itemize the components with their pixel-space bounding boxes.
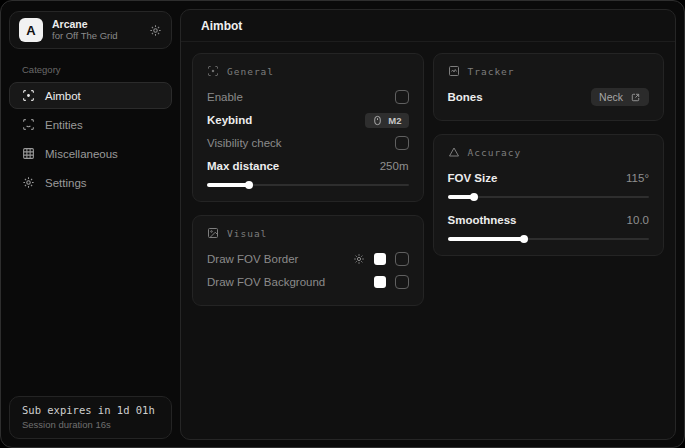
- right-column: Tracker Bones Neck: [433, 53, 665, 256]
- slider-fill: [448, 237, 525, 241]
- image-icon: [207, 227, 219, 239]
- gear-icon: [22, 176, 35, 189]
- logo-text: Arcane for Off The Grid: [52, 18, 118, 42]
- slider-fill: [207, 183, 249, 187]
- logo-card: A Arcane for Off The Grid: [9, 11, 172, 49]
- sub-expires-text: Sub expires in 1d 01h: [22, 404, 159, 416]
- slider-track: [448, 196, 650, 198]
- general-card-header: General: [207, 65, 409, 77]
- sidebar-item-entities[interactable]: Entities: [9, 111, 172, 138]
- enable-row: Enable: [207, 86, 409, 108]
- accuracy-card: Accuracy FOV Size 115° Smoothness: [433, 134, 665, 256]
- sidebar-item-aimbot[interactable]: Aimbot: [9, 82, 172, 109]
- sidebar-item-settings[interactable]: Settings: [9, 169, 172, 196]
- main-panel: Aimbot General: [180, 9, 676, 440]
- fov-border-color-swatch[interactable]: [374, 253, 386, 265]
- visual-card-header: Visual: [207, 227, 409, 239]
- draw-fov-background-label: Draw FOV Background: [207, 276, 325, 288]
- app-logo: A: [19, 18, 43, 42]
- draw-fov-border-row: Draw FOV Border: [207, 248, 409, 270]
- slider-fill: [448, 195, 474, 199]
- sidebar-item-label: Miscellaneous: [45, 148, 118, 160]
- fov-size-label: FOV Size: [448, 172, 498, 184]
- keybind-row: Keybind M2: [207, 109, 409, 131]
- keybind-badge[interactable]: M2: [365, 113, 408, 128]
- crosshair-icon: [22, 89, 35, 102]
- keybind-label: Keybind: [207, 114, 252, 126]
- left-column: General Enable Keybind: [192, 53, 424, 306]
- fov-background-controls: [374, 275, 409, 289]
- main-content: General Enable Keybind: [181, 42, 675, 317]
- card-title: Tracker: [468, 66, 515, 77]
- sidebar-nav: Aimbot Entities Miscella: [9, 82, 172, 196]
- tracker-icon: [448, 65, 460, 77]
- slider-thumb[interactable]: [245, 181, 253, 189]
- visual-card: Visual Draw FOV Border: [192, 215, 424, 306]
- scan-face-icon: [22, 118, 35, 131]
- app-window: A Arcane for Off The Grid Category: [0, 0, 685, 448]
- draw-fov-background-row: Draw FOV Background: [207, 271, 409, 293]
- crosshair-icon: [207, 65, 219, 77]
- page-title: Aimbot: [201, 19, 655, 33]
- fov-background-checkbox[interactable]: [395, 275, 409, 289]
- fov-border-controls: [353, 252, 409, 266]
- max-distance-row: Max distance 250m: [207, 155, 409, 177]
- gear-icon[interactable]: [353, 253, 365, 265]
- mouse-icon: [372, 115, 383, 126]
- slider-thumb[interactable]: [470, 193, 478, 201]
- visibility-check-label: Visibility check: [207, 137, 282, 149]
- bones-row: Bones Neck: [448, 86, 650, 108]
- smoothness-label: Smoothness: [448, 214, 517, 226]
- fov-size-value: 115°: [626, 172, 649, 184]
- max-distance-label: Max distance: [207, 160, 279, 172]
- sidebar-item-label: Aimbot: [45, 90, 81, 102]
- fov-size-slider[interactable]: [448, 192, 650, 201]
- max-distance-slider[interactable]: [207, 180, 409, 189]
- fov-background-color-swatch[interactable]: [374, 276, 386, 288]
- sidebar-item-label: Settings: [45, 177, 87, 189]
- visibility-check-row: Visibility check: [207, 132, 409, 154]
- smoothness-row: Smoothness 10.0: [448, 209, 650, 231]
- tracker-card: Tracker Bones Neck: [433, 53, 665, 121]
- fov-size-row: FOV Size 115°: [448, 167, 650, 189]
- visibility-check-checkbox[interactable]: [395, 136, 409, 150]
- draw-fov-border-label: Draw FOV Border: [207, 253, 298, 265]
- category-label: Category: [22, 64, 172, 75]
- max-distance-value: 250m: [380, 160, 409, 172]
- triangle-icon: [448, 146, 460, 158]
- card-title: Visual: [227, 228, 267, 239]
- card-title: Accuracy: [468, 147, 522, 158]
- bones-label: Bones: [448, 91, 483, 103]
- enable-checkbox[interactable]: [395, 90, 409, 104]
- app-subtitle: for Off The Grid: [52, 31, 118, 42]
- accuracy-card-header: Accuracy: [448, 146, 650, 158]
- main-header: Aimbot: [181, 10, 675, 42]
- smoothness-value: 10.0: [627, 214, 649, 226]
- app-title: Arcane: [52, 18, 118, 30]
- slider-thumb[interactable]: [520, 235, 528, 243]
- session-duration-text: Session duration 16s: [22, 419, 159, 430]
- bones-select[interactable]: Neck: [591, 88, 649, 106]
- expand-icon: [630, 92, 641, 103]
- bones-value: Neck: [599, 91, 623, 103]
- keybind-value: M2: [388, 115, 401, 126]
- general-card: General Enable Keybind: [192, 53, 424, 202]
- sidebar: A Arcane for Off The Grid Category: [1, 1, 180, 447]
- tracker-card-header: Tracker: [448, 65, 650, 77]
- enable-label: Enable: [207, 91, 243, 103]
- sidebar-item-miscellaneous[interactable]: Miscellaneous: [9, 140, 172, 167]
- gear-icon[interactable]: [149, 24, 162, 37]
- card-title: General: [227, 66, 274, 77]
- smoothness-slider[interactable]: [448, 234, 650, 243]
- fov-border-checkbox[interactable]: [395, 252, 409, 266]
- grid-icon: [22, 147, 35, 160]
- subscription-card: Sub expires in 1d 01h Session duration 1…: [9, 396, 172, 439]
- sidebar-item-label: Entities: [45, 119, 83, 131]
